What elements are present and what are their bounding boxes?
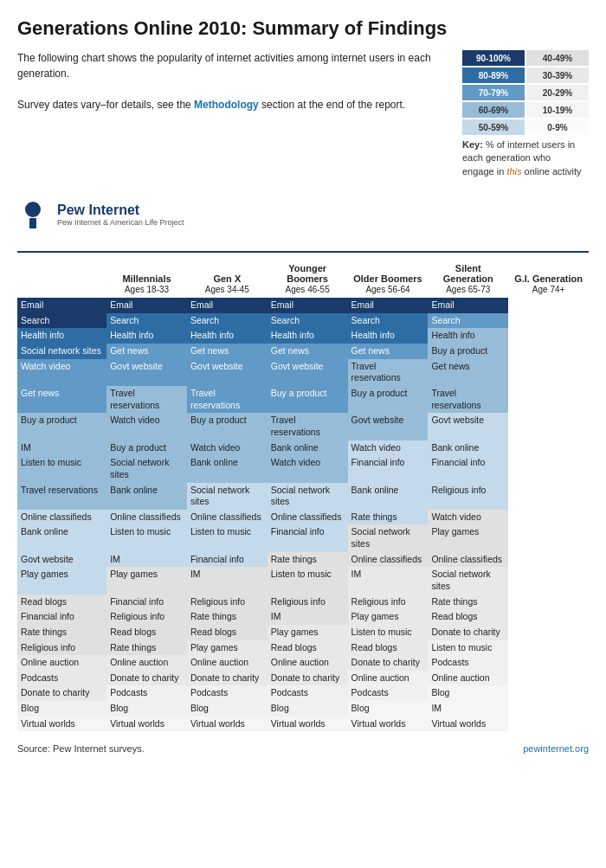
table-cell: Rate things xyxy=(17,625,106,640)
table-cell: Play games xyxy=(17,567,106,594)
table-row: Read blogsFinancial infoReligious infoRe… xyxy=(17,595,589,610)
table-cell: Bank online xyxy=(187,455,268,482)
table-cell: Health info xyxy=(106,328,187,344)
table-cell: Podcasts xyxy=(268,685,348,701)
table-cell: Financial info xyxy=(268,524,348,551)
table-cell: Online auction xyxy=(187,655,268,671)
legend-90: 90-100% xyxy=(462,50,525,66)
divider xyxy=(17,251,589,253)
table-cell: Virtual worlds xyxy=(428,717,508,732)
table-cell: Bank online xyxy=(268,440,348,456)
legend-row-2: 80-89% 30-39% xyxy=(462,68,589,83)
table-cell: Donate to charity xyxy=(268,671,348,686)
table-cell: Podcasts xyxy=(187,685,268,701)
table-cell: IM xyxy=(268,609,348,625)
col-header: Silent GenerationAges 65-73 xyxy=(428,260,508,298)
table-cell: Religious info xyxy=(348,595,429,610)
table-row: Social network sitesGet newsGet newsGet … xyxy=(17,344,589,359)
col-header: MillennialsAges 18-33 xyxy=(106,260,187,298)
legend-30: 30-39% xyxy=(526,68,589,83)
table-cell: Email xyxy=(268,298,348,313)
table-cell: Read blogs xyxy=(428,609,508,625)
table-cell: Email xyxy=(428,298,508,313)
table-cell: Play games xyxy=(106,567,187,594)
table-cell: Read blogs xyxy=(17,595,106,610)
table-cell: Health info xyxy=(348,328,429,344)
table-cell: Govt website xyxy=(348,413,429,440)
table-cell: Search xyxy=(187,313,268,329)
table-cell: Search xyxy=(268,313,348,329)
table-cell: Virtual worlds xyxy=(17,717,106,732)
legend-row-1: 90-100% 40-49% xyxy=(462,50,589,66)
table-cell: Religious info xyxy=(17,640,106,656)
table-cell: Travel reservations xyxy=(187,386,268,413)
legend-80: 80-89% xyxy=(462,68,525,83)
table-cell: Read blogs xyxy=(348,640,429,656)
methodology-link[interactable]: Methodology xyxy=(194,99,259,111)
table-cell: Listen to music xyxy=(268,567,348,594)
table-cell: Govt website xyxy=(187,359,268,386)
table-cell: Health info xyxy=(428,328,508,344)
table-cell: Religious info xyxy=(268,595,348,610)
table-cell: Podcasts xyxy=(17,671,106,686)
col-header: Gen XAges 34-45 xyxy=(187,260,268,298)
table-cell: Travel reservations xyxy=(106,386,187,413)
table-row: Religious infoRate thingsPlay gamesRead … xyxy=(17,640,589,656)
table-row: Listen to musicSocial network sitesBank … xyxy=(17,455,589,482)
table-cell: Religious info xyxy=(106,609,187,625)
table-cell: Travel reservations xyxy=(17,483,106,510)
table-cell: Travel reservations xyxy=(268,413,348,440)
table-cell: Rate things xyxy=(348,510,429,525)
svg-point-0 xyxy=(25,202,41,217)
legend-row-3: 70-79% 20-29% xyxy=(462,85,589,100)
pew-logo: Pew Internet Pew Internet & American Lif… xyxy=(17,192,589,237)
table-cell: Govt website xyxy=(106,359,187,386)
table-cell: Search xyxy=(348,313,429,329)
table-cell: Online classifieds xyxy=(187,510,268,525)
table-row: Online classifiedsOnline classifiedsOnli… xyxy=(17,510,589,525)
page-title: Generations Online 2010: Summary of Find… xyxy=(17,17,589,40)
table-cell: Play games xyxy=(187,640,268,656)
table-cell: IM xyxy=(428,701,508,717)
legend-block: 90-100% 40-49% 80-89% 30-39% 70-79% 20-2… xyxy=(462,50,589,135)
table-row: Online auctionOnline auctionOnline aucti… xyxy=(17,655,589,671)
pew-logo-text: Pew Internet xyxy=(57,203,184,218)
legend-10: 10-19% xyxy=(526,102,589,118)
table-row: EmailEmailEmailEmailEmailEmail xyxy=(17,298,589,313)
table-cell: Online auction xyxy=(106,655,187,671)
legend-row-4: 60-69% 10-19% xyxy=(462,102,589,118)
table-cell: Buy a product xyxy=(106,440,187,456)
table-cell: Rate things xyxy=(268,552,348,568)
table-cell: Blog xyxy=(428,685,508,701)
table-cell: Podcasts xyxy=(348,685,429,701)
table-cell: Donate to charity xyxy=(106,671,187,686)
legend-50: 50-59% xyxy=(462,119,525,135)
table-row: Financial infoReligious infoRate thingsI… xyxy=(17,609,589,625)
table-row: Travel reservationsBank onlineSocial net… xyxy=(17,483,589,510)
table-cell: Religious info xyxy=(187,595,268,610)
table-cell: Govt website xyxy=(268,359,348,386)
table-cell: Buy a product xyxy=(187,413,268,440)
table-cell: Listen to music xyxy=(348,625,429,640)
table-cell: Health info xyxy=(17,328,106,344)
legend-section: 90-100% 40-49% 80-89% 30-39% 70-79% 20-2… xyxy=(462,50,589,178)
intro-text: The following chart shows the popularity… xyxy=(17,50,445,113)
table-cell: Rate things xyxy=(428,595,508,610)
intro-para2: Survey dates vary–for details, see the M… xyxy=(17,97,445,113)
intro-para1: The following chart shows the popularity… xyxy=(17,50,445,81)
table-row: PodcastsDonate to charityDonate to chari… xyxy=(17,671,589,686)
table-cell: Listen to music xyxy=(106,524,187,551)
table-cell: Email xyxy=(17,298,106,313)
table-row: Watch videoGovt websiteGovt websiteGovt … xyxy=(17,359,589,386)
table-row: Bank onlineListen to musicListen to musi… xyxy=(17,524,589,551)
table-cell: Virtual worlds xyxy=(187,717,268,732)
table-cell: Watch video xyxy=(428,510,508,525)
pew-logo-sub: Pew Internet & American Life Project xyxy=(57,218,184,227)
table-cell: Buy a product xyxy=(268,386,348,413)
legend-60: 60-69% xyxy=(462,102,525,118)
table-cell: Listen to music xyxy=(428,640,508,656)
table-row: Health infoHealth infoHealth infoHealth … xyxy=(17,328,589,344)
table-cell: Email xyxy=(187,298,268,313)
svg-rect-1 xyxy=(29,218,36,228)
table-cell: Online classifieds xyxy=(106,510,187,525)
